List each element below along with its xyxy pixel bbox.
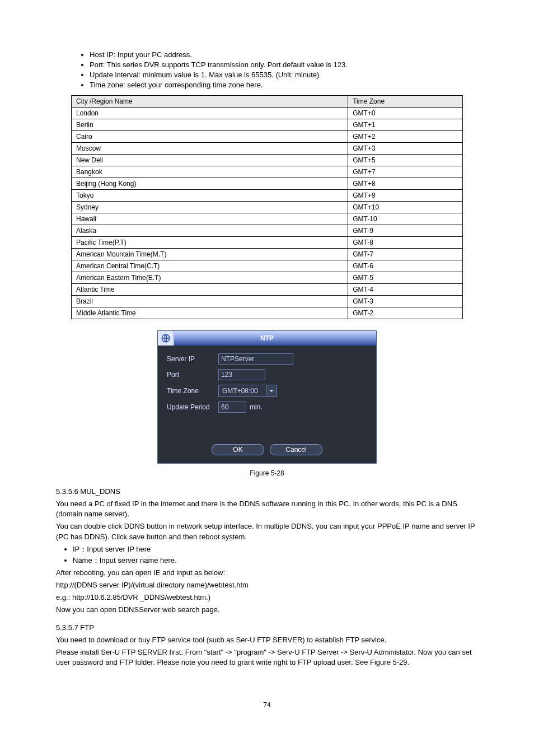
table-row: American Eastern Time(E.T)GMT-5	[72, 272, 463, 284]
timezone-table: City /Region Name Time Zone LondonGMT+0 …	[71, 95, 463, 319]
table-row: Beijing (Hong Kong)GMT+8	[72, 178, 463, 190]
table-row: BangkokGMT+7	[72, 166, 463, 178]
table-row: BerlinGMT+1	[72, 119, 463, 131]
table-row: HawaiiGMT-10	[72, 213, 463, 225]
chevron-down-icon	[266, 385, 277, 396]
ntp-param-bullets: Host IP: Input your PC address. Port: Th…	[56, 50, 478, 90]
label-serverip: Server IP	[167, 355, 218, 363]
table-row: MoscowGMT+3	[72, 143, 463, 155]
para: http://(DDNS server IP)/(virtual directo…	[56, 580, 478, 590]
para: You need a PC of fixed IP in the interne…	[56, 499, 478, 519]
bullet: Port: This series DVR supports TCP trans…	[90, 60, 478, 69]
figure-caption: Figure 5-28	[56, 469, 478, 477]
para: Now you can open DDNSServer web search p…	[56, 605, 478, 615]
table-row: AlaskaGMT-9	[72, 225, 463, 237]
list-item: IP：Input server IP here	[73, 544, 478, 554]
port-input[interactable]	[218, 369, 265, 380]
table-row: BrazilGMT-3	[72, 296, 463, 307]
label-timezone: Time Zone	[167, 387, 218, 395]
ok-button[interactable]: OK	[212, 444, 264, 455]
table-row: New DeliGMT+5	[72, 155, 463, 166]
serverip-input[interactable]	[218, 353, 293, 365]
dialog-title: NTP	[158, 334, 376, 342]
table-row: Middle Atlantic TimeGMT-2	[72, 307, 463, 319]
network-icon	[158, 331, 174, 346]
table-row: Pacific Time(P.T)GMT-8	[72, 237, 463, 249]
page-number: 74	[56, 701, 478, 709]
bullet: Update interval: minimum value is 1. Max…	[90, 71, 478, 80]
timezone-value: GMT+08:00	[219, 385, 266, 396]
table-row: LondonGMT+0	[72, 108, 463, 119]
ntp-dialog: NTP Server IP Port Time Zone GMT+08:00	[157, 330, 377, 464]
bullet: Time zone: select your corresponding tim…	[90, 81, 478, 90]
th-city: City /Region Name	[72, 96, 348, 108]
para: e.g.: http://10.6.2.85/DVR _DDNS/webtest…	[56, 592, 478, 603]
section-mulddns: 5.3.5.6 MUL_DDNS	[56, 487, 478, 496]
label-updateperiod: Update Period	[167, 403, 218, 411]
updateperiod-input[interactable]	[218, 402, 246, 413]
label-port: Port	[167, 371, 218, 379]
para: Please install Ser-U FTP SERVER first. F…	[56, 647, 478, 668]
th-tz: Time Zone	[348, 96, 463, 108]
bullet: Host IP: Input your PC address.	[90, 50, 478, 59]
cancel-button[interactable]: Cancel	[270, 444, 322, 455]
table-row: TokyoGMT+9	[72, 190, 463, 202]
ddns-sublist: IP：Input server IP here Name：Input serve…	[56, 544, 478, 566]
section-ftp: 5.3.5.7 FTP	[56, 623, 478, 632]
para: You need to download or buy FTP service …	[56, 635, 478, 645]
table-row: CairoGMT+2	[72, 131, 463, 143]
table-row: American Mountain Time(M.T)GMT-7	[72, 249, 463, 260]
table-row: Atlantic TimeGMT-4	[72, 284, 463, 296]
ntp-titlebar[interactable]: NTP	[158, 331, 376, 346]
timezone-select[interactable]: GMT+08:00	[218, 385, 277, 397]
table-row: SydneyGMT+10	[72, 202, 463, 213]
unit-min: min.	[250, 403, 263, 411]
para: You can double click DDNS button in netw…	[56, 521, 478, 542]
list-item: Name：Input server name here.	[73, 556, 478, 566]
table-row: American Central Time(C.T)GMT-6	[72, 260, 463, 272]
para: After rebooting, you can open IE and inp…	[56, 568, 478, 578]
